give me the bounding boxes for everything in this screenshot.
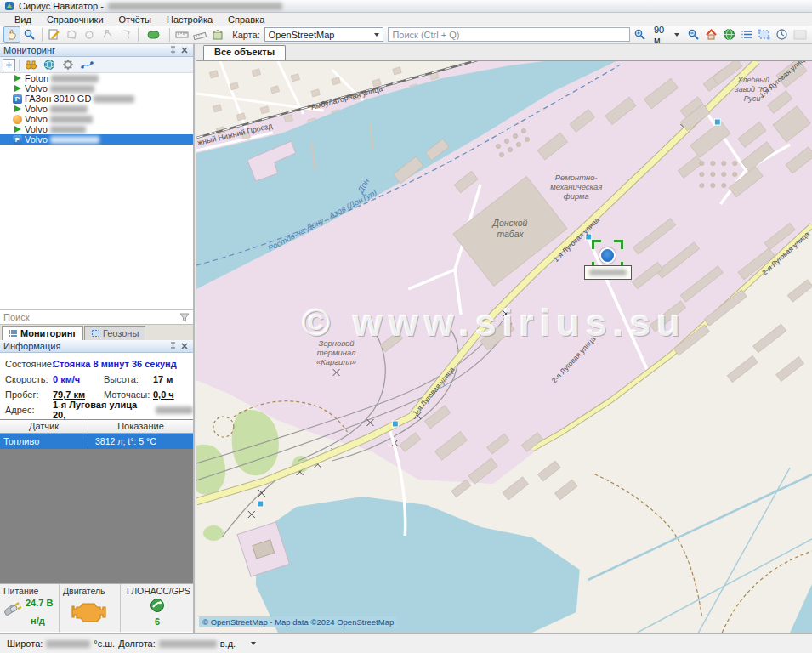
add-geozone-button[interactable] [64,26,81,43]
zoom-out-button[interactable] [684,26,701,43]
toolbar-separator [42,28,43,42]
engine-label: Двигатель [60,586,120,596]
close-panel-button[interactable] [179,45,190,55]
polygon-vertex-icon [101,28,114,41]
svg-text:«Каргилл»: «Каргилл» [316,357,356,366]
state-label: Состояние: [5,359,53,369]
status-moving-icon [13,125,22,134]
status-bar: Широта: °с.ш. Долгота: в.д. [0,633,812,653]
history-mode-button[interactable] [774,26,791,43]
app-icon [4,1,14,11]
redacted-text [46,640,90,648]
home-view-button[interactable] [702,26,719,43]
close-panel-button[interactable] [179,341,190,351]
close-icon [181,343,188,349]
vehicle-row[interactable]: Volvo [0,114,193,124]
svg-text:Донской: Донской [492,219,528,228]
track-color-button[interactable] [142,26,167,43]
vehicle-name: Volvo [25,115,48,124]
pin-panel-button[interactable] [168,341,178,351]
objects-layer-button[interactable] [209,26,226,43]
edit-page-icon [48,28,60,41]
redacted-text [50,105,88,113]
delete-vertices-button[interactable] [117,26,134,43]
tab-geozones-label: Геозоны [103,328,139,338]
mileage-link[interactable]: 79,7 км [53,389,104,400]
sensor-name-column[interactable]: Датчик [0,420,88,433]
hours-link[interactable]: 0,0 ч [153,389,174,400]
zoom-scale-dropdown[interactable]: 90 м [650,27,684,43]
redacted-text [50,126,86,133]
vehicle-position-dot [599,247,616,264]
vehicle-row-selected[interactable]: P Volvo [0,134,193,145]
gps-label: ГЛОНАСС/GPS [121,586,193,596]
vehicle-row[interactable]: Volvo [0,83,193,94]
sensor-value-column[interactable]: Показание [88,420,193,433]
select-region-button[interactable] [756,26,773,43]
ruler-icon [175,29,189,40]
map-canvas[interactable]: Амбулаторная улица жный Нижний Проезд До… [196,61,812,633]
pin-panel-button[interactable] [168,45,178,55]
vehicle-row[interactable]: Volvo [0,104,193,114]
show-track-button[interactable] [79,58,94,71]
show-all-objects-button[interactable] [720,26,737,43]
menu-vid[interactable]: Вид [7,14,39,26]
status-parked-icon: P [13,135,22,145]
geozone-icon [91,329,100,338]
map-render: Амбулаторная улица жный Нижний Проезд До… [196,61,812,633]
map-provider-combobox[interactable]: OpenStreetMap [264,27,384,42]
vehicle-name: Volvo [25,125,48,134]
power-label: Питание [0,586,59,596]
address-value: 1-я Луговая улица 20, [53,400,152,420]
vehicle-search-field[interactable]: Поиск [0,309,193,325]
engine-gauge: Двигатель [60,584,121,632]
show-on-map-button[interactable] [42,58,57,71]
measure-distance-button[interactable] [173,26,190,43]
vehicle-map-label [584,265,632,280]
find-object-button[interactable] [23,58,38,71]
info-panel: Состояние: Стоянка 8 минут 36 секунд Ско… [0,353,193,419]
sensor-row-selected[interactable]: Топливо 3812 л; t°: 5 °C [0,434,193,448]
legend-button[interactable] [738,26,755,43]
monitoring-panel-title: Мониторинг [3,45,55,55]
settings-button[interactable] [60,58,76,71]
edit-map-button[interactable] [46,26,63,43]
vehicle-name: Volvo [25,105,48,114]
zoom-in-button[interactable] [632,26,649,43]
vehicle-row[interactable]: Volvo [0,124,193,134]
map-tab-all-objects[interactable]: Все объекты [203,45,286,60]
tab-monitoring[interactable]: Мониторинг [2,326,83,340]
map-attribution: © OpenStreetMap - Map data ©2024 OpenStr… [199,616,397,627]
vehicle-row[interactable]: Foton [0,73,193,83]
svg-text:терминал: терминал [317,348,356,357]
panel-icon [793,30,807,40]
marker-bracket [592,240,601,249]
speed-value: 0 км/ч [53,374,104,384]
tab-geozones[interactable]: Геозоны [84,326,145,340]
global-search-input[interactable] [388,27,630,42]
menu-spravka[interactable]: Справка [220,14,272,26]
mileage-label: Пробег: [5,389,53,400]
svg-text:механическая: механическая [550,182,602,191]
expand-all-button[interactable] [3,59,15,71]
vehicle-row[interactable]: P ГАЗон 3010 GD [0,94,193,104]
coords-dropdown-arrow-icon[interactable] [251,642,256,645]
edit-vertices-button[interactable] [99,26,116,43]
zoom-tool-button[interactable] [21,26,38,43]
address-row: Адрес: 1-я Луговая улица 20, [0,402,193,417]
measure-area-button[interactable] [191,26,208,43]
title-bar: Сириус Навигатор - [0,0,812,13]
menu-spravochniki[interactable]: Справочники [39,14,111,26]
move-geozone-button[interactable] [82,26,99,43]
pan-tool-button[interactable] [3,26,20,43]
redacted-text [159,640,217,648]
minimap-button[interactable] [792,26,809,43]
gps-gauge: ГЛОНАСС/GPS 6 [121,584,193,632]
info-panel-title: Информация [3,341,60,351]
status-moving-icon [13,74,22,83]
ruler-diagonal-icon [193,29,207,40]
plus-icon [5,61,13,69]
address-label: Адрес: [5,405,53,415]
menu-otchety[interactable]: Отчёты [111,14,159,26]
menu-nastroyka[interactable]: Настройка [159,14,220,26]
